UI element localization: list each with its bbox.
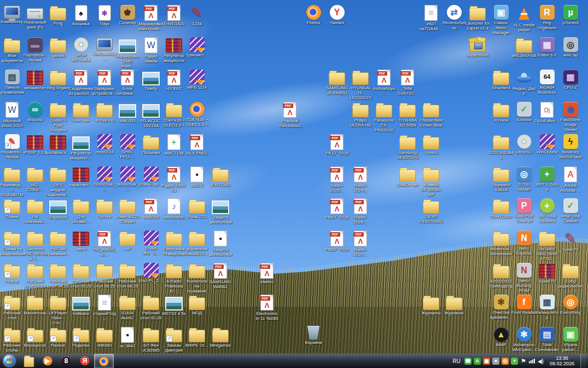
- desktop-icon[interactable]: PD-ACDC-15V15A: [138, 101, 164, 128]
- desktop-icon[interactable]: PDFΛPractical Electronics …: [277, 101, 302, 133]
- desktop-icon[interactable]: Рабочий стол 04.25: [45, 262, 71, 289]
- desktop-icon[interactable]: PDFΛРМ01_2026: [324, 198, 350, 220]
- desktop-icon[interactable]: aRL3nSFst8: [511, 37, 537, 58]
- desktop-icon[interactable]: PDFΛPK12_2025: [324, 134, 350, 156]
- desktop-icon[interactable]: ♠Косынка: [68, 4, 94, 26]
- desktop-icon[interactable]: ∞Arduino: [22, 101, 48, 122]
- desktop-icon[interactable]: PDFΛRadio-2025…: [324, 166, 350, 193]
- desktop-icon[interactable]: Собр радиолюбит…: [558, 262, 583, 294]
- desktop-icon[interactable]: ▦Editor 6.0: [534, 37, 560, 58]
- desktop-icon[interactable]: +AMC7135: [161, 134, 187, 156]
- desktop-icon[interactable]: EXR1345: [208, 166, 233, 187]
- desktop-icon[interactable]: Корзина: [301, 324, 326, 345]
- desktop-icon[interactable]: Launcher for Zapret v1.4: [465, 4, 490, 31]
- desktop-icon[interactable]: lakey: [68, 230, 94, 251]
- desktop-icon[interactable]: µµTorrent: [558, 4, 583, 25]
- desktop-icon[interactable]: Яндекс.Диск: [511, 69, 537, 96]
- taskbar-button-explorer[interactable]: [20, 354, 38, 367]
- desktop-icon[interactable]: Посылки: [138, 134, 164, 155]
- desktop-icon[interactable]: Skyworth 43B2A: [488, 166, 514, 192]
- desktop-icon[interactable]: Philips ULTRA HD …: [348, 101, 373, 133]
- desktop-icon[interactable]: VLC media player: [511, 4, 537, 32]
- tray-icon-grey-app[interactable]: ●: [492, 358, 499, 365]
- desktop-icon[interactable]: Журналы: [441, 294, 467, 315]
- desktop-icon[interactable]: ✎1234: [184, 4, 209, 26]
- desktop-icon[interactable]: Магнитолы: [22, 294, 48, 315]
- desktop-icon[interactable]: ▪Защита двухполярн: [208, 230, 233, 257]
- desktop-icon[interactable]: ✓h2testw: [511, 101, 537, 122]
- desktop-icon[interactable]: PDFΛБлок питания …: [115, 69, 140, 96]
- action-center-flag-icon[interactable]: ⚑: [521, 358, 526, 365]
- desktop-icon[interactable]: ✱Очистка временн…: [488, 294, 514, 320]
- desktop-icon[interactable]: HYUNDAI H-LED32V23: [348, 69, 373, 100]
- desktop-icon[interactable]: ✻Ashampoo WinOptim…: [511, 326, 537, 352]
- desktop-icon[interactable]: PDFΛМаркировка электронн…: [138, 4, 164, 31]
- desktop-icon[interactable]: IM6360: [92, 326, 117, 348]
- desktop-icon[interactable]: ARIPE Or…: [184, 326, 209, 348]
- desktop-icon[interactable]: ◎STDU Viewer: [511, 166, 537, 192]
- desktop-icon[interactable]: ↗Планы: [0, 198, 25, 219]
- desktop-icon[interactable]: Тестер: [92, 198, 117, 219]
- desktop-icon[interactable]: supermium…: [465, 37, 490, 62]
- desktop-icon[interactable]: Компьютер: [0, 4, 25, 24]
- desktop-icon[interactable]: Частоты РИС 09749 и Т…: [22, 230, 48, 261]
- desktop-icon[interactable]: fFoxit Reader: [511, 294, 537, 315]
- desktop-icon[interactable]: ↗Рабочий стол: [0, 294, 25, 320]
- desktop-icon[interactable]: ▪68U-2: [184, 166, 209, 188]
- desktop-icon[interactable]: Комета-225 Стерео: [115, 198, 140, 224]
- taskbar-button-yandex-browser[interactable]: Я: [75, 354, 94, 367]
- desktop-icon[interactable]: PDFΛHX3002: [161, 69, 187, 91]
- desktop-icon[interactable]: NQ-C2500…: [22, 166, 48, 192]
- taskbar-button-media-player[interactable]: ▶: [38, 354, 57, 367]
- desktop-icon[interactable]: Elektronika Praktyczna…: [161, 230, 187, 261]
- desktop-icon[interactable]: Minigames: [208, 326, 233, 348]
- desktop-icon[interactable]: PDFΛЗарядные устройств…: [92, 69, 117, 96]
- desktop-icon[interactable]: DjDjVuEditor…: [534, 101, 560, 123]
- desktop-icon[interactable]: ↗Впроцессе: [22, 326, 48, 348]
- desktop-icon[interactable]: ▣Убрать рабоч…: [558, 326, 583, 352]
- desktop-icon[interactable]: TDA7439 + OLED1.3 + …: [161, 101, 187, 133]
- desktop-icon[interactable]: Indikator: [68, 294, 94, 316]
- desktop-icon[interactable]: RReg Organizer: [534, 4, 560, 30]
- desktop-icon[interactable]: PDFΛHLX-PM01: [184, 134, 209, 156]
- desktop-icon[interactable]: MST33 4.5s: [161, 294, 187, 316]
- desktop-icon[interactable]: DEXP F43D7000Q: [418, 198, 444, 224]
- desktop-icon[interactable]: YYandex: [324, 4, 350, 25]
- desktop-icon[interactable]: Рабочий стол 05.25: [68, 262, 94, 289]
- desktop-icon[interactable]: Рабочий стол 06.25: [92, 262, 117, 289]
- desktop-icon[interactable]: ↗Заказы Дмитрия: [161, 326, 187, 353]
- desktop-icon[interactable]: S2013063841: [488, 134, 514, 160]
- tray-clock[interactable]: 13:36 09.02.2026: [546, 355, 578, 366]
- desktop-icon[interactable]: PDFΛRadio-2026…: [348, 198, 373, 225]
- desktop-icon[interactable]: МОД: [184, 294, 209, 315]
- desktop-icon[interactable]: Queen + Paul Rodgers 09…: [45, 101, 71, 133]
- desktop-icon[interactable]: msb0234: [92, 134, 117, 154]
- desktop-icon[interactable]: ▣Classic Menu Manager: [488, 4, 514, 35]
- desktop-icon[interactable]: PDFΛРадио 1990-01: [161, 166, 187, 193]
- desktop-icon[interactable]: МРБ 1114: [184, 69, 209, 90]
- desktop-icon[interactable]: Kritiky-spr…: [138, 166, 164, 187]
- desktop-icon[interactable]: NNero Express: [511, 230, 537, 256]
- desktop-icon[interactable]: PDFΛTHVD1520: [161, 4, 187, 26]
- desktop-icon[interactable]: +360 Total Security: [534, 198, 560, 223]
- desktop-icon[interactable]: WРадио лампы: [138, 37, 164, 64]
- desktop-icon[interactable]: Локальный диск (D): [22, 4, 48, 30]
- desktop-icon[interactable]: Рабочий стол 03.25: [22, 262, 48, 289]
- desktop-icon[interactable]: ✎↗mspaint90 - Ярлык: [0, 134, 25, 159]
- desktop-icon[interactable]: Кливер 3Т-30050-МР: [418, 166, 444, 197]
- desktop-icon[interactable]: Защита двухполярн: [208, 198, 233, 225]
- desktop-icon[interactable]: IPSSP 3.0.6: [22, 134, 48, 155]
- desktop-icon[interactable]: ▬Портфель - Ярлык: [22, 37, 48, 62]
- desktop-icon[interactable]: ⇄ReversoSetup: [441, 4, 467, 30]
- desktop-icon[interactable]: PDFΛElectronics In 11 №285: [254, 294, 280, 321]
- desktop-icon[interactable]: WinDisk4Se…: [92, 37, 117, 61]
- desktop-icon[interactable]: ✱Паук: [92, 4, 117, 26]
- desktop-icon[interactable]: WinDjView: [534, 134, 560, 154]
- desktop-icon[interactable]: UltraISO: [511, 134, 537, 154]
- desktop-icon[interactable]: NNero Burning ROM: [511, 262, 537, 293]
- desktop-icon[interactable]: ♚Солитер: [115, 4, 140, 25]
- language-indicator[interactable]: RU: [452, 358, 462, 364]
- desktop-icon[interactable]: FM приемник…: [22, 198, 48, 224]
- desktop-icon[interactable]: Фотки Ир: [92, 101, 117, 123]
- desktop-icon[interactable]: ◉FastStone Image Viewer: [558, 101, 583, 132]
